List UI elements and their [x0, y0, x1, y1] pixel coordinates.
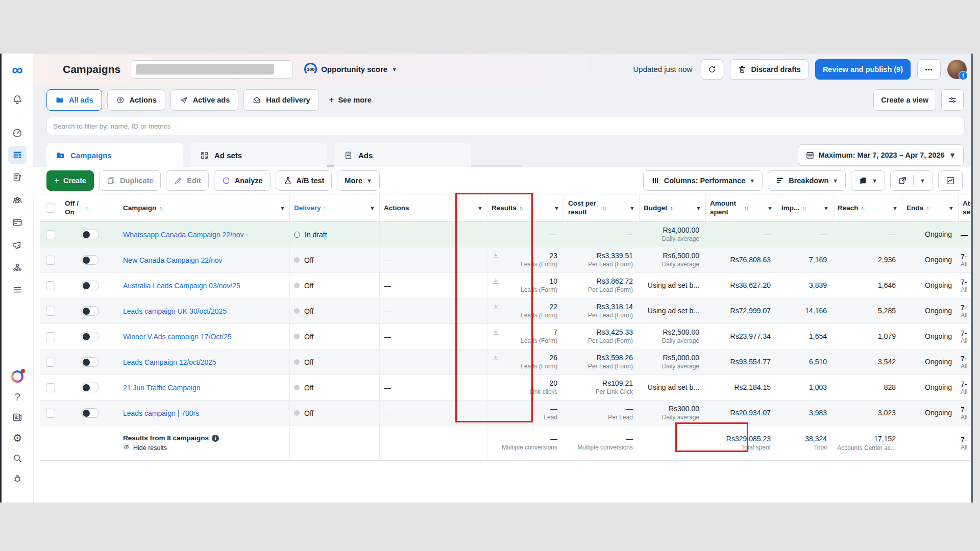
- download-icon[interactable]: [492, 303, 500, 311]
- row-checkbox[interactable]: [46, 281, 55, 290]
- campaign-toggle-off[interactable]: [81, 357, 99, 367]
- campaign-toggle-off[interactable]: [81, 255, 99, 265]
- date-range-selector[interactable]: Maximum: Mar 7, 2023 – Apr 7, 2026 ▼: [798, 144, 964, 166]
- select-all-checkbox[interactable]: [46, 204, 55, 213]
- analyze-button[interactable]: Analyze: [214, 170, 271, 191]
- assets-hierarchy-icon[interactable]: [8, 258, 27, 277]
- campaign-name-link[interactable]: New Canada Campaign 22/nov: [123, 256, 223, 264]
- all-tools-menu-icon[interactable]: [8, 281, 27, 299]
- header-delivery[interactable]: Delivery↑▼: [290, 194, 380, 221]
- campaign-toggle-off[interactable]: [81, 408, 99, 418]
- amount-spent-value: Rs72,999.07: [730, 306, 771, 316]
- report-bug-icon[interactable]: [8, 469, 27, 488]
- help-icon[interactable]: ?: [8, 388, 27, 406]
- meta-ai-icon[interactable]: [8, 367, 27, 386]
- row-checkbox-cell: [40, 298, 61, 323]
- review-publish-button[interactable]: Review and publish (9): [815, 59, 911, 80]
- campaign-toggle-off[interactable]: [81, 306, 99, 316]
- header-actions[interactable]: Actions▼: [380, 194, 487, 221]
- campaign-toggle-off[interactable]: [81, 281, 99, 290]
- charts-button[interactable]: [938, 170, 963, 191]
- create-view-button[interactable]: Create a view: [873, 89, 936, 111]
- campaign-toggle-off[interactable]: [81, 332, 99, 341]
- row-checkbox[interactable]: [46, 256, 55, 265]
- discard-drafts-button[interactable]: Discard drafts: [730, 59, 808, 80]
- header-results[interactable]: Results↑↓▼: [487, 194, 564, 221]
- main-content: Campaigns 100 Opportunity score ▼ Update…: [33, 54, 971, 503]
- campaign-name-link[interactable]: Whatssapp Canada Campaign 22/nov -: [123, 231, 248, 239]
- reports-button[interactable]: ▼: [851, 170, 885, 191]
- download-icon[interactable]: [492, 354, 500, 362]
- refresh-button[interactable]: [701, 59, 723, 80]
- row-checkbox[interactable]: [46, 230, 55, 239]
- row-checkbox[interactable]: [46, 358, 55, 367]
- totals-spacer: [290, 426, 380, 460]
- notifications-bell-icon[interactable]: [8, 90, 27, 109]
- table-header-row: Off / On↑↓ Campaign↑↓▼ Delivery↑▼ Action…: [40, 194, 971, 222]
- columns-button[interactable]: Columns: Performance▼: [643, 170, 763, 191]
- edit-button[interactable]: Edit: [166, 170, 208, 191]
- campaign-name-link[interactable]: 21 Jun Traffic Campaign: [123, 384, 201, 392]
- header-ends[interactable]: Ends↑↓▼: [902, 194, 959, 221]
- opportunity-score[interactable]: 100 Opportunity score ▼: [304, 63, 397, 76]
- breakdown-button[interactable]: Breakdown▼: [768, 170, 846, 191]
- header-select-all[interactable]: [40, 194, 61, 221]
- filter-chip-all-ads[interactable]: All ads: [46, 89, 102, 111]
- header-off-on[interactable]: Off / On↑↓: [61, 194, 119, 221]
- filter-chip-had-delivery[interactable]: Had delivery: [243, 89, 318, 111]
- campaign-name-link[interactable]: Leads campaign | 700rs: [123, 409, 199, 417]
- ab-test-button[interactable]: A/B test: [276, 170, 332, 191]
- header-cost-per-result[interactable]: Cost per result↑↓▼: [564, 194, 640, 221]
- create-button[interactable]: +Create: [46, 170, 94, 191]
- filter-chip-actions[interactable]: Actions: [107, 89, 165, 111]
- impressions-value: 1,654: [809, 332, 827, 341]
- download-icon[interactable]: [492, 329, 500, 336]
- account-overview-gauge-icon[interactable]: [8, 123, 27, 142]
- download-icon[interactable]: [492, 252, 500, 260]
- row-checkbox[interactable]: [46, 307, 55, 316]
- duplicate-button[interactable]: Duplicate: [99, 170, 161, 191]
- tab-ad-sets[interactable]: Ad sets: [190, 143, 327, 167]
- advertise-megaphone-icon[interactable]: [8, 236, 27, 254]
- results: 20Link clicks: [487, 375, 564, 400]
- duplicate-icon: [107, 176, 116, 185]
- user-avatar[interactable]: f: [947, 60, 967, 79]
- ends-value: Ongoing: [925, 332, 952, 341]
- tab-ads[interactable]: Ads: [334, 143, 471, 167]
- download-icon[interactable]: [492, 278, 500, 285]
- campaign-name-link[interactable]: Australia Leads Campaign 03/nov/25: [123, 282, 240, 290]
- campaign-name-link[interactable]: Leads campaign UK 30/oct/2025: [123, 307, 227, 315]
- search-icon[interactable]: [8, 449, 27, 467]
- campaign-toggle-off[interactable]: [81, 383, 99, 392]
- info-icon[interactable]: i: [212, 435, 219, 442]
- vertical-scrollbar[interactable]: [971, 54, 973, 503]
- tab-campaigns[interactable]: Campaigns: [46, 143, 183, 167]
- campaigns-table-icon[interactable]: [8, 146, 27, 164]
- more-options-button[interactable]: •••: [917, 59, 941, 80]
- account-selector[interactable]: [131, 60, 293, 79]
- ads-reporting-pages-icon[interactable]: [8, 168, 27, 187]
- row-checkbox[interactable]: [46, 383, 55, 392]
- header-amount-spent[interactable]: Amount spent↑↓▼: [706, 194, 777, 221]
- header-reach[interactable]: Reach↑↓▼: [834, 194, 902, 221]
- billing-card-icon[interactable]: [8, 213, 27, 232]
- hide-results-button[interactable]: Hide results: [123, 443, 167, 452]
- meta-logo-icon[interactable]: ∞: [8, 61, 27, 79]
- see-more-filters[interactable]: + See more: [324, 95, 377, 105]
- header-campaign[interactable]: Campaign↑↓▼: [119, 194, 290, 221]
- header-budget[interactable]: Budget↑↓▼: [640, 194, 706, 221]
- campaign-name-link[interactable]: Leads Campaign 12/oct/2025: [123, 358, 216, 366]
- settings-gear-icon[interactable]: ⚙: [8, 429, 27, 447]
- view-settings-sliders-button[interactable]: [941, 89, 964, 111]
- campaign-name-link[interactable]: Winner.V.Ads campaign 17/Oct/25: [123, 333, 232, 341]
- audiences-people-icon[interactable]: [8, 191, 27, 209]
- filter-chip-active-ads[interactable]: Active ads: [170, 89, 239, 111]
- row-checkbox[interactable]: [46, 409, 55, 418]
- search-input[interactable]: Search to filter by: name, ID or metrics: [46, 117, 965, 135]
- more-button[interactable]: More▼: [337, 170, 380, 191]
- updates-news-icon[interactable]: [8, 408, 27, 427]
- header-impressions[interactable]: Imp...↑↓▼: [777, 194, 834, 221]
- export-button[interactable]: ▼: [890, 170, 933, 191]
- row-checkbox[interactable]: [46, 332, 55, 341]
- campaign-toggle-off[interactable]: [81, 230, 99, 239]
